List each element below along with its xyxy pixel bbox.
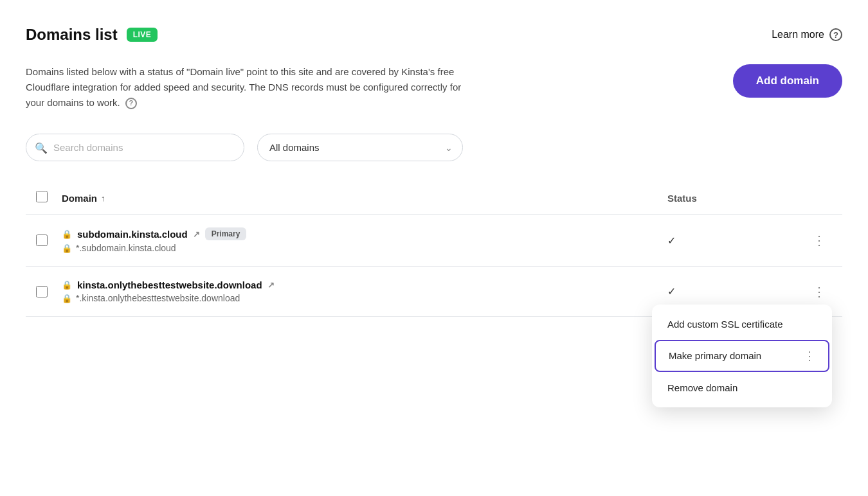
- select-all-checkbox[interactable]: [36, 191, 48, 202]
- description-text: Domains listed below with a status of "D…: [26, 64, 463, 111]
- row-2-checkbox-cell: [36, 286, 51, 297]
- filters-row: 🔍 All domains ⌄: [26, 134, 842, 161]
- lock-icon-sub: 🔒: [62, 244, 72, 253]
- lock-icon: 🔒: [62, 229, 72, 239]
- row-2-actions: ⋮ Add custom SSL certificate Make primar…: [806, 281, 832, 302]
- search-input-wrapper: 🔍: [26, 134, 244, 161]
- row-1-domain-info: 🔒 subdomain.kinsta.cloud ↗ Primary 🔒 *.s…: [62, 227, 657, 253]
- domains-table: Domain ↑ Status 🔒 subdomain.kinsta.cloud…: [26, 182, 842, 317]
- actions-dropdown-menu: Add custom SSL certificate Make primary …: [652, 305, 832, 407]
- domain-filter-select[interactable]: All domains: [257, 134, 463, 161]
- row-1-domain-name: subdomain.kinsta.cloud: [77, 229, 188, 240]
- search-input[interactable]: [26, 134, 244, 161]
- row-1-actions: ⋮: [806, 230, 832, 251]
- live-badge: LIVE: [127, 28, 158, 42]
- table-header: Domain ↑ Status: [26, 182, 842, 215]
- learn-more-link[interactable]: Learn more ?: [772, 28, 842, 41]
- add-domain-button[interactable]: Add domain: [733, 64, 842, 98]
- status-check-icon: ✓: [667, 285, 676, 297]
- header-checkbox-cell: [36, 191, 51, 205]
- sort-arrow-icon: ↑: [101, 193, 105, 203]
- row-2-domain-name: kinsta.onlythebesttestwebsite.download: [77, 279, 262, 290]
- row-2-status: ✓: [667, 285, 796, 297]
- dropdown-remove-domain-item[interactable]: Remove domain: [652, 373, 832, 402]
- external-link-icon[interactable]: ↗: [267, 280, 275, 290]
- description-help-icon[interactable]: ?: [125, 98, 137, 109]
- table-row: 🔒 subdomain.kinsta.cloud ↗ Primary 🔒 *.s…: [26, 215, 842, 267]
- lock-icon-sub: 🔒: [62, 294, 72, 303]
- row-1-checkbox-cell: [36, 235, 51, 246]
- row-2-domain-info: 🔒 kinsta.onlythebesttestwebsite.download…: [62, 279, 657, 303]
- row-1-actions-button[interactable]: ⋮: [808, 230, 831, 251]
- header-row: Domains list LIVE Learn more ?: [26, 26, 842, 44]
- learn-more-help-icon: ?: [829, 28, 842, 41]
- row-1-subdomain: 🔒 *.subdomain.kinsta.cloud: [62, 243, 657, 253]
- dropdown-item-three-dots-icon: ⋮: [804, 349, 815, 363]
- dropdown-add-ssl-item[interactable]: Add custom SSL certificate: [652, 310, 832, 339]
- description-row: Domains listed below with a status of "D…: [26, 64, 842, 111]
- status-check-icon: ✓: [667, 235, 676, 247]
- row-2-subdomain: 🔒 *.kinsta.onlythebesttestwebsite.downlo…: [62, 293, 657, 303]
- row-1-status: ✓: [667, 235, 796, 247]
- dropdown-make-primary-item[interactable]: Make primary domain ⋮: [655, 340, 829, 372]
- search-icon: 🔍: [35, 141, 48, 154]
- row-2-domain-main: 🔒 kinsta.onlythebesttestwebsite.download…: [62, 279, 657, 290]
- page-container: Domains list LIVE Learn more ? Domains l…: [0, 0, 868, 496]
- table-row: 🔒 kinsta.onlythebesttestwebsite.download…: [26, 267, 842, 317]
- col-status-header: Status: [667, 193, 796, 204]
- primary-badge: Primary: [205, 227, 247, 240]
- external-link-icon[interactable]: ↗: [193, 229, 200, 239]
- row-1-checkbox[interactable]: [36, 235, 48, 246]
- learn-more-text: Learn more: [772, 29, 824, 40]
- col-domain-header[interactable]: Domain ↑: [62, 193, 657, 204]
- row-2-actions-button[interactable]: ⋮: [808, 281, 831, 302]
- header-left: Domains list LIVE: [26, 26, 158, 44]
- row-2-checkbox[interactable]: [36, 286, 48, 297]
- page-title: Domains list: [26, 26, 118, 44]
- row-1-domain-main: 🔒 subdomain.kinsta.cloud ↗ Primary: [62, 227, 657, 240]
- filter-select-wrapper: All domains ⌄: [257, 134, 463, 161]
- lock-icon: 🔒: [62, 280, 72, 290]
